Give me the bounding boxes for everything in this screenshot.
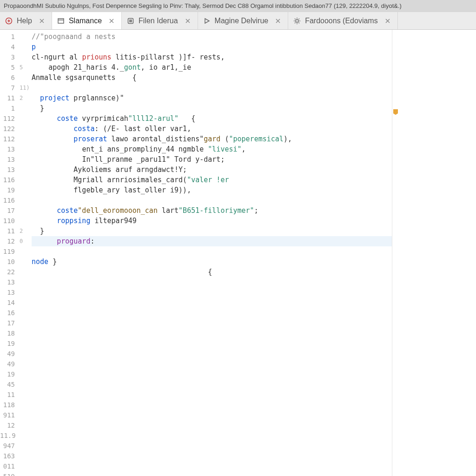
warning-marker-icon[interactable] [393, 109, 398, 114]
code-line[interactable]: proguard: [32, 236, 392, 246]
line-number: 11 [0, 390, 15, 400]
code-line[interactable] [32, 83, 392, 93]
code-line[interactable]: } [32, 103, 392, 113]
fold-mark [20, 134, 29, 144]
tab-0[interactable]: Help [0, 12, 52, 29]
line-number-gutter: 1435671111121221121313131161911617110111… [0, 30, 19, 476]
tab-4[interactable]: Fardooons (Edoviams [288, 12, 398, 29]
line-number: 5 [0, 62, 15, 73]
close-icon[interactable] [185, 18, 191, 24]
line-number: 19 [0, 185, 15, 195]
code-line[interactable] [32, 338, 392, 349]
code-line[interactable]: Mgriall arnriosimales_card("valer !er [32, 175, 392, 185]
line-number: 6 [0, 73, 15, 83]
code-viewport[interactable]: //"poognaand a nestspcl-ngurt al priouns… [30, 30, 392, 476]
close-icon[interactable] [275, 18, 281, 24]
tab-label: Help [17, 17, 32, 25]
code-line[interactable]: Anmalle sgsarqunetts { [32, 73, 392, 83]
code-line[interactable] [32, 430, 392, 441]
code-line[interactable] [32, 328, 392, 338]
fold-mark: 0 [20, 236, 29, 246]
code-line[interactable]: p [32, 42, 392, 52]
code-line[interactable]: coste vyrprimicah"lll12-arul" { [32, 113, 392, 124]
code-line[interactable]: project prglannsce)" [32, 93, 392, 103]
code-line[interactable]: cl-ngurt al priouns litis-pillarst )]f- … [32, 52, 392, 62]
fold-mark [20, 175, 29, 185]
fold-mark: 11) [20, 83, 29, 93]
code-line[interactable]: proserat lawo arontal_distiens"gard ("po… [32, 134, 392, 144]
svg-rect-4 [129, 20, 132, 22]
svg-line-13 [295, 22, 296, 23]
code-line[interactable] [32, 451, 392, 461]
code-line[interactable] [32, 318, 392, 328]
svg-point-6 [296, 20, 298, 22]
code-line[interactable] [32, 420, 392, 430]
tab-label: Magine Delvirue [215, 17, 269, 25]
fold-mark [20, 124, 29, 134]
fold-mark: 2 [20, 226, 29, 236]
line-number: 119 [0, 246, 15, 257]
close-icon[interactable] [39, 18, 45, 24]
code-line[interactable]: Aykoliems aruf arngdawct!Y; [32, 165, 392, 175]
code-line[interactable] [32, 246, 392, 257]
line-number: 16 [0, 308, 15, 318]
line-number: 19 [0, 338, 15, 349]
code-line[interactable]: ent_i ans_prompliny_44 ngmble "livesi", [32, 144, 392, 154]
code-line[interactable]: flgeble_ary last_oller i9)), [32, 185, 392, 195]
code-line[interactable]: apogh 21_haris 4._gont, io ar1,_ie [32, 62, 392, 73]
fold-mark [20, 277, 29, 287]
code-line[interactable] [32, 441, 392, 451]
code-line[interactable]: { [32, 267, 392, 277]
code-line[interactable]: In"ll_pranme _paru11" Tord y-dart; [32, 154, 392, 165]
line-number: 12 [0, 420, 15, 430]
close-icon[interactable] [108, 18, 115, 24]
code-line[interactable] [32, 287, 392, 298]
line-number: 11.9 [0, 430, 15, 441]
overview-ruler[interactable] [392, 30, 476, 476]
fold-mark [20, 318, 29, 328]
fold-mark [20, 287, 29, 298]
line-number: 011 [0, 461, 15, 471]
fold-mark [20, 451, 29, 461]
code-line[interactable] [32, 195, 392, 205]
fold-mark [20, 308, 29, 318]
code-line[interactable] [32, 349, 392, 359]
code-line[interactable] [32, 359, 392, 369]
fold-mark [20, 205, 29, 216]
tab-2[interactable]: Filen Iderua [122, 12, 198, 29]
code-line[interactable]: costa: (/E- last oller var1, [32, 124, 392, 134]
close-icon[interactable] [384, 18, 391, 24]
code-line[interactable] [32, 308, 392, 318]
window-icon [57, 17, 65, 25]
code-line[interactable]: node } [32, 257, 392, 267]
line-number: 110 [0, 216, 15, 226]
line-number: 1 [0, 103, 15, 113]
fold-mark [20, 369, 29, 379]
code-line[interactable] [32, 277, 392, 287]
code-line[interactable]: roppsing iltepar949 [32, 216, 392, 226]
code-line[interactable] [32, 410, 392, 420]
svg-marker-5 [205, 19, 209, 23]
code-line[interactable] [32, 461, 392, 471]
code-line[interactable]: } [32, 226, 392, 236]
gear-icon [293, 17, 301, 25]
code-line[interactable] [32, 390, 392, 400]
code-line[interactable] [32, 471, 392, 476]
fold-mark [20, 461, 29, 471]
tab-label: Slamance [69, 17, 102, 25]
code-line[interactable]: coste"dell_eoromooon_can lart"B651-fillo… [32, 205, 392, 216]
code-line[interactable] [32, 379, 392, 390]
code-line[interactable]: //"poognaand a nests [32, 32, 392, 42]
line-number: 13 [0, 277, 15, 287]
tab-3[interactable]: Magine Delvirue [198, 12, 289, 29]
line-number: 13 [0, 287, 15, 298]
code-line[interactable] [32, 298, 392, 308]
code-line[interactable] [32, 400, 392, 410]
line-number: 911 [0, 410, 15, 420]
code-line[interactable] [32, 369, 392, 379]
fold-mark [20, 42, 29, 52]
fold-mark [20, 195, 29, 205]
fold-mark [20, 246, 29, 257]
tab-1[interactable]: Slamance [52, 12, 122, 29]
fold-mark [20, 441, 29, 451]
